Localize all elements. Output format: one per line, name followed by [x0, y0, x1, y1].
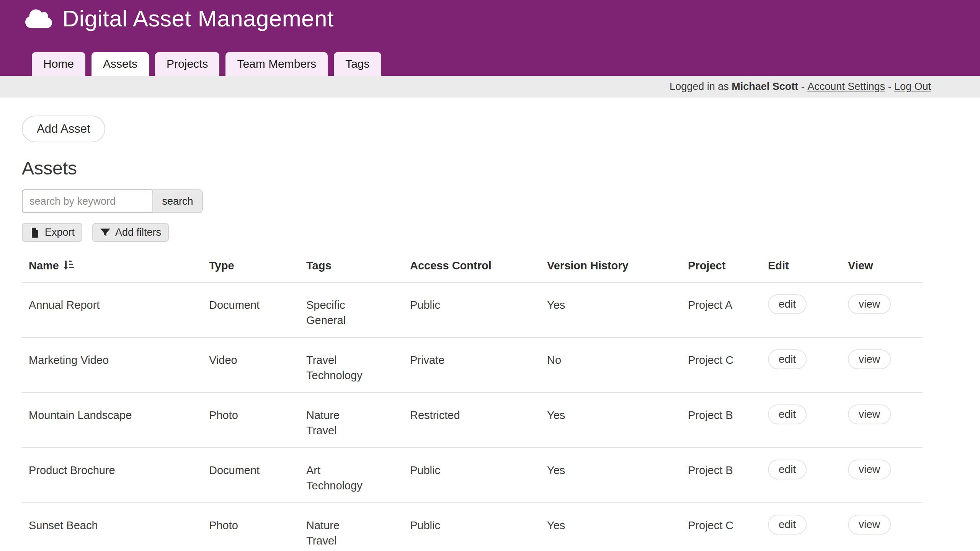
table-row: Annual ReportDocumentSpecificGeneralPubl…: [22, 282, 922, 337]
tab-projects[interactable]: Projects: [155, 52, 219, 76]
tag: Nature: [306, 408, 403, 423]
view-button[interactable]: view: [848, 460, 891, 479]
cloud-icon: [25, 8, 52, 29]
app-header: Digital Asset Management HomeAssetsProje…: [0, 0, 980, 76]
tag: Art: [306, 463, 403, 478]
cell-view: view: [841, 337, 922, 393]
column-header-tags: Tags: [299, 259, 403, 282]
cell-type: Photo: [202, 393, 299, 448]
export-button[interactable]: Export: [22, 223, 82, 242]
page-title: Assets: [22, 158, 958, 179]
cell-type: Video: [202, 337, 299, 393]
tag: Technology: [306, 368, 403, 383]
tag: Technology: [306, 478, 403, 493]
tab-assets[interactable]: Assets: [91, 52, 149, 76]
edit-button[interactable]: edit: [768, 294, 807, 314]
cell-version_history: Yes: [540, 282, 681, 337]
logged-in-prefix: Logged in as: [670, 81, 732, 93]
table-row: Product BrochureDocumentArtTechnologyPub…: [22, 448, 922, 503]
cell-name: Annual Report: [22, 282, 202, 337]
cell-tags: NatureTravel: [299, 393, 403, 448]
cell-view: view: [841, 503, 922, 551]
add-filters-button[interactable]: Add filters: [92, 223, 169, 242]
cell-tags: TravelTechnology: [299, 337, 403, 393]
assets-table: NameTypeTagsAccess ControlVersion Histor…: [22, 259, 922, 551]
column-label: View: [848, 259, 873, 272]
cell-edit: edit: [761, 448, 841, 503]
nav-tabs: HomeAssetsProjectsTeam MembersTags: [32, 52, 381, 76]
cell-version_history: No: [540, 337, 681, 393]
column-header-edit: Edit: [761, 259, 841, 282]
cell-type: Document: [202, 448, 299, 503]
tag: Travel: [306, 533, 403, 548]
user-bar: Logged in as Michael Scott - Account Set…: [0, 76, 980, 98]
add-filters-label: Add filters: [115, 227, 161, 238]
cell-view: view: [841, 393, 922, 448]
tag: Travel: [306, 423, 403, 438]
cell-version_history: Yes: [540, 448, 681, 503]
cell-type: Document: [202, 282, 299, 337]
cell-name: Mountain Landscape: [22, 393, 202, 448]
log-out-link[interactable]: Log Out: [894, 81, 931, 93]
brand: Digital Asset Management: [0, 0, 980, 32]
cell-tags: SpecificGeneral: [299, 282, 403, 337]
app-title: Digital Asset Management: [62, 5, 334, 32]
main-content: Add Asset Assets search Export Add filte…: [0, 98, 980, 551]
separator: -: [885, 81, 894, 93]
add-asset-button[interactable]: Add Asset: [22, 116, 105, 142]
sort-descending-icon: [63, 259, 74, 271]
search-button[interactable]: search: [152, 189, 203, 213]
column-header-type: Type: [202, 259, 299, 282]
export-label: Export: [45, 227, 75, 238]
cell-edit: edit: [761, 337, 841, 393]
table-row: Mountain LandscapePhotoNatureTravelRestr…: [22, 393, 922, 448]
edit-button[interactable]: edit: [768, 404, 807, 424]
cell-version_history: Yes: [540, 503, 681, 551]
cell-project: Project A: [681, 282, 761, 337]
column-header-name[interactable]: Name: [22, 259, 202, 282]
column-header-access_control: Access Control: [403, 259, 540, 282]
cell-type: Photo: [202, 503, 299, 551]
column-label: Version History: [547, 259, 629, 272]
column-header-project: Project: [681, 259, 761, 282]
cell-project: Project B: [681, 393, 761, 448]
view-button[interactable]: view: [848, 515, 891, 535]
column-header-view: View: [841, 259, 922, 282]
file-icon: [29, 227, 40, 238]
view-button[interactable]: view: [848, 294, 891, 314]
cell-access_control: Restricted: [403, 393, 540, 448]
edit-button[interactable]: edit: [768, 515, 807, 535]
username: Michael Scott: [732, 81, 798, 93]
cell-project: Project C: [681, 503, 761, 551]
column-label: Tags: [306, 259, 332, 272]
cell-view: view: [841, 282, 922, 337]
edit-button[interactable]: edit: [768, 460, 807, 479]
cell-edit: edit: [761, 503, 841, 551]
column-header-version_history: Version History: [540, 259, 681, 282]
column-label: Project: [688, 259, 725, 272]
cell-project: Project C: [681, 337, 761, 393]
cell-edit: edit: [761, 282, 841, 337]
cell-access_control: Public: [403, 448, 540, 503]
search-input[interactable]: [22, 189, 154, 213]
edit-button[interactable]: edit: [768, 349, 807, 369]
tab-tags[interactable]: Tags: [334, 52, 381, 76]
table-header-row: NameTypeTagsAccess ControlVersion Histor…: [22, 259, 922, 282]
column-label: Edit: [768, 259, 789, 272]
cell-edit: edit: [761, 393, 841, 448]
tab-team-members[interactable]: Team Members: [225, 52, 328, 76]
cell-version_history: Yes: [540, 393, 681, 448]
cell-access_control: Public: [403, 282, 540, 337]
cell-tags: NatureTravel: [299, 503, 403, 551]
table-row: Sunset BeachPhotoNatureTravelPublicYesPr…: [22, 503, 922, 551]
tab-home[interactable]: Home: [32, 52, 85, 76]
tag: Travel: [306, 352, 403, 368]
account-settings-link[interactable]: Account Settings: [807, 81, 885, 93]
view-button[interactable]: view: [848, 404, 891, 424]
filter-row: Export Add filters: [22, 223, 958, 242]
cell-view: view: [841, 448, 922, 503]
view-button[interactable]: view: [848, 349, 891, 369]
cell-name: Marketing Video: [22, 337, 202, 393]
table-body: Annual ReportDocumentSpecificGeneralPubl…: [22, 282, 922, 551]
filter-icon: [100, 227, 111, 238]
